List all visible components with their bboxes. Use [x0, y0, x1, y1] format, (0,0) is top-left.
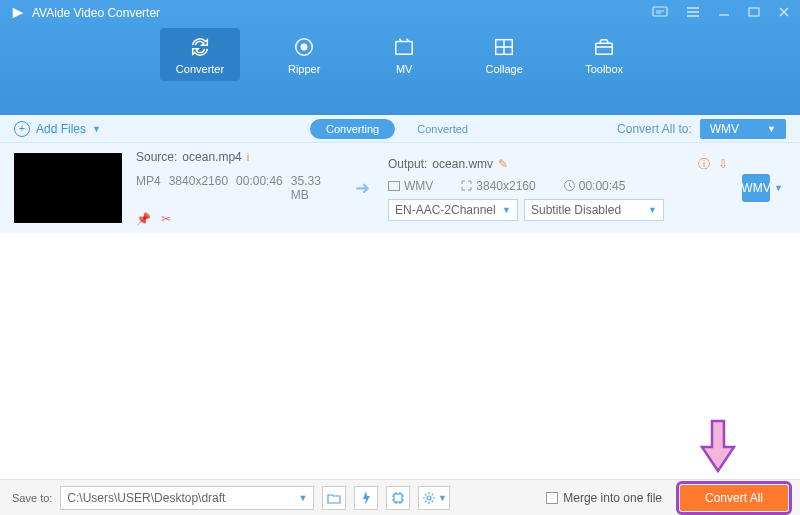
source-filename: ocean.mp4 — [182, 150, 241, 164]
svg-rect-1 — [749, 8, 759, 16]
output-resolution: 3840x2160 — [476, 179, 535, 193]
open-folder-button[interactable] — [322, 486, 346, 510]
main-nav: Converter Ripper MV Collage Toolbox — [0, 26, 800, 88]
nav-toolbox-label: Toolbox — [585, 63, 623, 75]
nav-mv[interactable]: MV — [368, 28, 440, 81]
output-filename: ocean.wmv — [432, 157, 493, 171]
source-label: Source: — [136, 150, 177, 164]
app-title: AVAide Video Converter — [32, 6, 160, 20]
source-format: MP4 — [136, 174, 161, 202]
output-format: WMV — [404, 179, 433, 193]
output-format-button[interactable]: WMV ▼ — [742, 174, 786, 202]
chevron-down-icon: ▼ — [767, 124, 776, 134]
nav-collage-label: Collage — [485, 63, 522, 75]
source-resolution: 3840x2160 — [169, 174, 228, 202]
app-logo — [10, 5, 26, 21]
nav-toolbox[interactable]: Toolbox — [568, 28, 640, 81]
output-duration: 00:00:45 — [579, 179, 626, 193]
checkbox-icon — [546, 492, 558, 504]
svg-rect-7 — [389, 181, 400, 190]
chevron-down-icon: ▼ — [774, 183, 783, 193]
edit-icon[interactable]: ✎ — [498, 157, 508, 171]
output-label: Output: — [388, 157, 427, 171]
close-icon[interactable] — [778, 6, 790, 21]
info-circle-icon[interactable]: ⓘ — [698, 156, 710, 173]
chevron-down-icon: ▼ — [298, 493, 307, 503]
boost-button[interactable] — [354, 486, 378, 510]
nav-ripper[interactable]: Ripper — [268, 28, 340, 81]
annotation-arrow — [698, 419, 738, 473]
source-duration: 00:00:46 — [236, 174, 283, 202]
menu-icon[interactable] — [686, 6, 700, 21]
audio-track-value: EN-AAC-2Channel — [395, 203, 496, 217]
nav-mv-label: MV — [396, 63, 413, 75]
file-item-row: Source: ocean.mp4 i MP4 3840x2160 00:00:… — [0, 143, 800, 233]
svg-rect-6 — [596, 43, 613, 54]
chevron-down-icon: ▼ — [648, 205, 657, 215]
merge-checkbox[interactable]: Merge into one file — [546, 491, 662, 505]
gpu-button[interactable] — [386, 486, 410, 510]
maximize-icon[interactable] — [748, 6, 760, 21]
save-path-value: C:\Users\USER\Desktop\draft — [67, 491, 225, 505]
pin-icon[interactable]: 📌 — [136, 212, 151, 226]
chevron-down-icon: ▼ — [92, 124, 101, 134]
video-thumbnail[interactable] — [14, 153, 122, 223]
arrow-icon: ➜ — [350, 177, 374, 199]
footer-bar: Save to: C:\Users\USER\Desktop\draft ▼ ▼… — [0, 479, 800, 515]
trim-icon[interactable]: ✂ — [161, 212, 171, 226]
minimize-icon[interactable] — [718, 6, 730, 21]
feedback-icon[interactable] — [652, 6, 668, 21]
convertall-format-value: WMV — [710, 122, 739, 136]
convert-all-button[interactable]: Convert All — [680, 485, 788, 511]
save-path-select[interactable]: C:\Users\USER\Desktop\draft ▼ — [60, 486, 314, 510]
compress-icon[interactable]: ⇩ — [718, 157, 728, 171]
svg-rect-9 — [394, 494, 402, 502]
nav-converter-label: Converter — [176, 63, 224, 75]
svg-rect-4 — [396, 42, 413, 55]
saveto-label: Save to: — [12, 492, 52, 504]
add-files-button[interactable]: + Add Files ▼ — [14, 121, 101, 137]
settings-button[interactable]: ▼ — [418, 486, 450, 510]
chevron-down-icon: ▼ — [502, 205, 511, 215]
plus-icon: + — [14, 121, 30, 137]
convert-all-label: Convert All — [705, 491, 763, 505]
audio-track-select[interactable]: EN-AAC-2Channel ▼ — [388, 199, 518, 221]
tab-converted[interactable]: Converted — [417, 123, 468, 135]
tab-converting[interactable]: Converting — [310, 119, 395, 139]
format-badge: WMV — [742, 174, 770, 202]
subtitle-value: Subtitle Disabled — [531, 203, 621, 217]
add-files-label: Add Files — [36, 122, 86, 136]
convertall-label: Convert All to: — [617, 122, 692, 136]
nav-converter[interactable]: Converter — [160, 28, 240, 81]
svg-point-3 — [301, 44, 307, 50]
source-size: 35.33 MB — [291, 174, 336, 202]
nav-collage[interactable]: Collage — [468, 28, 540, 81]
titlebar: AVAide Video Converter — [0, 0, 800, 26]
svg-point-10 — [427, 496, 431, 500]
convertall-format-select[interactable]: WMV ▼ — [700, 119, 786, 139]
info-icon[interactable]: i — [247, 151, 249, 163]
nav-ripper-label: Ripper — [288, 63, 320, 75]
subbar: + Add Files ▼ Converting Converted Conve… — [0, 115, 800, 143]
subtitle-select[interactable]: Subtitle Disabled ▼ — [524, 199, 664, 221]
merge-label: Merge into one file — [563, 491, 662, 505]
